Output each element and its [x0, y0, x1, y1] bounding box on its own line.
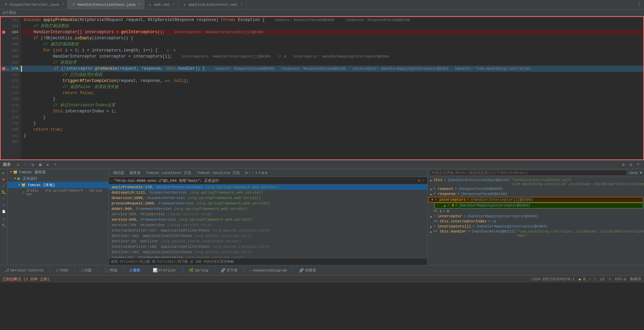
- group-icon[interactable]: ▦: [37, 161, 43, 168]
- tab-deps[interactable]: 🔗 依赖项: [297, 267, 318, 273]
- expand-arrow-2: ▼: [14, 177, 16, 180]
- tab-profiler[interactable]: 📊 Profiler: [151, 267, 178, 273]
- settings-icon[interactable]: ⚙: [620, 161, 626, 168]
- frame-11[interactable]: internalDoFilter:189, ApplicationFilterC…: [109, 244, 427, 249]
- pause-icon[interactable]: ⏸: [1, 217, 6, 222]
- var-request[interactable]: ▶ P request = {RequestFacade@6099}: [428, 186, 644, 192]
- var-interceptor[interactable]: ▶ ≡ interceptor = {HandlerMappingInterce…: [428, 214, 644, 219]
- tab-handler[interactable]: J HandlerExecutionChain.java ×: [68, 0, 144, 9]
- var-i[interactable]: ▶ 01 i = 0: [428, 209, 644, 214]
- thread-up2-icon[interactable]: ⬆: [255, 171, 258, 175]
- var-index-0[interactable]: ▶ ≡ 0 = {HandlerMappingInterceptor@6304}: [434, 203, 643, 208]
- frame-6[interactable]: service:945, FrameworkServlet (org.sprin…: [109, 217, 427, 222]
- frame-3[interactable]: processRequest:1085, FrameworkServlet (o…: [109, 201, 427, 206]
- terminal-icon: ⬛: [104, 268, 109, 272]
- tab-debugger[interactable]: 调试器: [110, 169, 127, 177]
- tab-webxml[interactable]: ✦ web.xml ×: [144, 0, 178, 9]
- log-icon[interactable]: 📋: [1, 209, 6, 214]
- var-this[interactable]: ▶ this = {HandlerExecutionChain@6226} "H…: [428, 178, 644, 186]
- tab-server[interactable]: 服务器: [127, 169, 143, 177]
- restart-icon[interactable]: ↺: [1, 183, 6, 189]
- close-icon-3[interactable]: ×: [173, 3, 175, 6]
- frame-4[interactable]: doGet:960, FrameworkServlet (org.springf…: [109, 206, 427, 212]
- tab-terminal[interactable]: ⬛ 终端: [102, 267, 119, 273]
- frame-5[interactable]: service:655, HttpServlet (javax.servlet.…: [109, 212, 427, 217]
- debug-icon[interactable]: 🐛: [1, 190, 6, 195]
- tab-dispatcher[interactable]: J DispatcherServlet.java ×: [0, 0, 68, 9]
- frame-0[interactable]: applyPreHandle:170, HandlerExecutionChai…: [109, 184, 427, 190]
- tab-version-control[interactable]: ⎇ Version Control: [3, 267, 46, 273]
- lang-dropdown-icon[interactable]: ▼: [640, 171, 642, 175]
- expression-input[interactable]: [430, 170, 627, 176]
- expand-icon[interactable]: ⊕: [45, 161, 51, 168]
- layout-icon[interactable]: ⊡: [628, 161, 634, 168]
- thread-settings-icon[interactable]: ⚙: [265, 171, 267, 175]
- tab-spring[interactable]: 🌿 Spring: [187, 267, 210, 273]
- frame-8[interactable]: internalDoFilter:227, ApplicationFilterC…: [109, 228, 427, 233]
- indent-label[interactable]: 制表符: [630, 277, 641, 282]
- var-response[interactable]: ▶ P response = {ResponseFacade@6100}: [428, 192, 644, 197]
- code-line-164: HandlerInterceptor[] interceptors = getI…: [21, 29, 643, 35]
- close-panel-icon[interactable]: ×: [635, 161, 641, 168]
- up-icon[interactable]: ↑: [22, 161, 28, 168]
- thread-more-btn[interactable]: ⋮: [422, 178, 425, 183]
- var-val-this: "HandlerExecutionChain with [com.mashibi…: [511, 178, 644, 186]
- tab-tomcat-catalina[interactable]: Tomcat Catalina 日志: [194, 169, 243, 177]
- code-content[interactable]: boolean applyPreHandle(HttpServletReques…: [21, 17, 643, 159]
- frame-13[interactable]: invoke:197, StandardWrapperValve (org.ap…: [109, 255, 427, 258]
- close-icon-2[interactable]: ×: [139, 3, 141, 6]
- code-line-166: // 遍历拦截器数组: [21, 41, 643, 47]
- tree-running[interactable]: ▼ 正在运行: [7, 175, 109, 182]
- frame-7[interactable]: service:764, HttpServlet (javax.servlet.…: [109, 222, 427, 228]
- var-interceptor-index[interactable]: ▶ oo this.interceptorIndex = -1: [428, 219, 644, 224]
- encoding-label-2[interactable]: UTF-8: [615, 277, 626, 281]
- issues-icon: ⚠: [81, 268, 83, 272]
- tab-services-bottom[interactable]: ⊡ 服务: [128, 267, 143, 273]
- tab-appctx[interactable]: ✦ applicationContext.xml ×: [178, 0, 246, 9]
- frame-12[interactable]: doFilter:162, ApplicationFilterChain (or…: [109, 249, 427, 255]
- code-line-174: return false;: [21, 90, 643, 96]
- thread-up-icon[interactable]: ↑: [248, 171, 251, 175]
- var-name-inti: interceptors[i]: [437, 224, 471, 228]
- filter-icon[interactable]: ⊟: [30, 161, 36, 168]
- tab-issues[interactable]: ⚠ 问题: [79, 267, 94, 273]
- tree-gradle[interactable]: G Gradle : org.springframework : spring-…: [7, 188, 109, 197]
- thread-down-icon[interactable]: ↓: [252, 171, 254, 175]
- deploy-icon[interactable]: ⬆: [1, 196, 6, 201]
- expand-arrow-3: ▼: [18, 183, 20, 187]
- lf-label[interactable]: LF: [600, 277, 604, 281]
- todo-label: TODO: [59, 268, 68, 272]
- tree-tomcat-local[interactable]: ▼ 🐱 Tomcat [本地]: [7, 182, 109, 188]
- tab-seq[interactable]: ↔ SequenceDiagram: [248, 268, 289, 273]
- var-interceptors-i[interactable]: ▶ ≡ interceptors[i] = {HandlerMappingInt…: [428, 224, 644, 229]
- line-170[interactable]: → 170: [1, 66, 21, 72]
- more-tabs-icon[interactable]: ⋮: [635, 2, 644, 7]
- var-interceptors[interactable]: ▼ ≡ interceptors = {HandlerInterceptor[1…: [428, 197, 643, 202]
- tab-about[interactable]: 🔗 关于表: [219, 267, 240, 273]
- thread-filter-btn[interactable]: ▽: [418, 178, 420, 183]
- frame-list: applyPreHandle:170, HandlerExecutionChai…: [109, 184, 427, 258]
- refresh-icon[interactable]: ↻: [15, 161, 21, 168]
- frame-2[interactable]: doService:1006, DispatcherServlet (org.s…: [109, 195, 427, 201]
- check-icon: ✓: [111, 179, 113, 183]
- encoding-label[interactable]: Y: [609, 277, 611, 281]
- close-icon-4[interactable]: ×: [240, 3, 242, 6]
- close-icon[interactable]: ×: [62, 3, 64, 6]
- line-164[interactable]: 164: [1, 29, 21, 35]
- stop-icon[interactable]: ■: [1, 177, 6, 182]
- var-val-i: 0: [447, 209, 449, 213]
- thread-copy-icon[interactable]: ⊞: [262, 171, 264, 175]
- tab-todo[interactable]: ☑ TODO: [54, 267, 70, 273]
- build-icon[interactable]: 🔨: [1, 223, 6, 228]
- config-icon[interactable]: ≡: [1, 202, 6, 208]
- tree-tomcat-server[interactable]: ▼ 🐱 Tomcat 服务器: [7, 169, 109, 175]
- play-icon[interactable]: ▶: [1, 170, 6, 176]
- tab-tomcat-localhost[interactable]: Tomcat Localhost 日志: [143, 169, 194, 177]
- thread-filter-icon[interactable]: ⊟: [245, 171, 248, 175]
- thread-down2-icon[interactable]: ⬇: [258, 171, 261, 175]
- frame-9[interactable]: doFilter:162, ApplicationFilterChain (or…: [109, 233, 427, 239]
- add-icon[interactable]: +: [52, 161, 58, 168]
- frame-10[interactable]: doFilter:53, WsFilter (org.apache.tomcat…: [109, 239, 427, 244]
- var-this-handler[interactable]: ▶ oo this.handler = {HandlerMethod@6222}…: [428, 229, 644, 238]
- frame-1[interactable]: doDispatch:1121, DispatcherServlet (org.…: [109, 190, 427, 195]
